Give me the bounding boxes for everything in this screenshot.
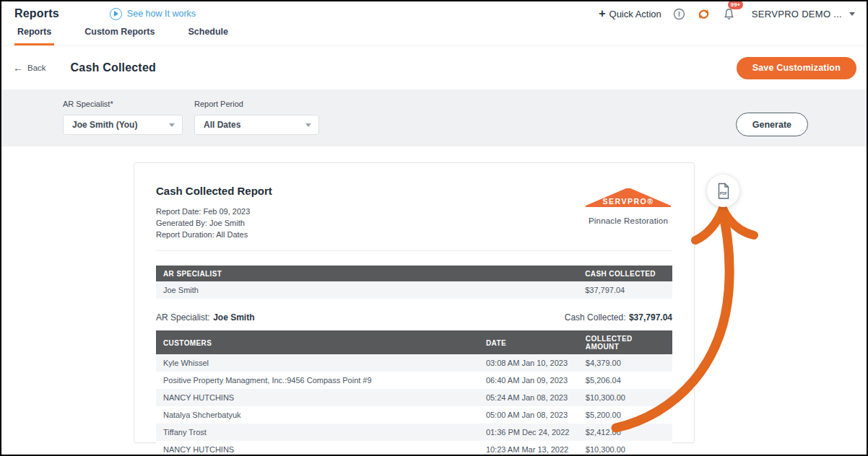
table-cell: 10:23 AM Mar 13, 2022 bbox=[479, 441, 578, 456]
ar-specialist-filter: AR Specialist* Joe Smith (You) bbox=[63, 100, 183, 135]
back-arrow-icon: ← bbox=[13, 62, 23, 74]
table-cell: 05:24 AM Jan 08, 2023 bbox=[479, 389, 578, 406]
generated-by-line: Generated By: Joe Smith bbox=[156, 217, 272, 229]
table-cell: $2,412.00 bbox=[578, 424, 672, 441]
table-cell: $37,797.04 bbox=[578, 281, 672, 299]
table-cell: 01:36 PM Dec 24, 2022 bbox=[479, 424, 578, 441]
table-row: NANCY HUTCHINS10:23 AM Mar 13, 2022$10,3… bbox=[156, 441, 672, 456]
quick-action-button[interactable]: + Quick Action bbox=[599, 8, 661, 19]
table-cell: Kyle Whissel bbox=[156, 354, 479, 372]
divider bbox=[156, 250, 672, 251]
info-icon[interactable] bbox=[673, 8, 685, 20]
table-row: Kyle Whissel03:08 AM Jan 10, 2023$4,379.… bbox=[156, 354, 672, 372]
quick-action-label: Quick Action bbox=[609, 9, 661, 19]
table-cell: 05:00 AM Jan 08, 2023 bbox=[479, 406, 578, 424]
play-icon bbox=[110, 8, 122, 20]
tab-schedule[interactable]: Schedule bbox=[185, 27, 231, 45]
save-customization-button[interactable]: Save Customization bbox=[737, 57, 856, 79]
company-name: Pinnacle Restoration bbox=[586, 216, 671, 225]
group-right: Cash Collected: $37,797.04 bbox=[565, 310, 672, 323]
report-title: Cash Collected Report bbox=[156, 185, 272, 197]
pdf-file-icon: PDF bbox=[716, 183, 731, 200]
table-cell: $5,206.04 bbox=[578, 372, 672, 389]
notification-badge: 99+ bbox=[728, 0, 743, 9]
group-left-value: Joe Smith bbox=[213, 312, 254, 323]
report-period-filter: Report Period All Dates bbox=[194, 100, 319, 135]
app-window: Reports See how It works + Quick Action bbox=[0, 0, 868, 456]
table-cell: Tiffany Trost bbox=[156, 424, 479, 441]
group-left: AR Specialist: Joe Smith bbox=[156, 310, 255, 323]
report-period-label: Report Period bbox=[194, 100, 319, 108]
summary-table: AR SPECIALIST CASH COLLECTED Joe Smith$3… bbox=[156, 266, 672, 299]
see-how-it-works-label: See how It works bbox=[127, 9, 196, 19]
table-cell: NANCY HUTCHINS bbox=[156, 441, 479, 456]
group-summary-row: AR Specialist: Joe Smith Cash Collected:… bbox=[156, 310, 672, 323]
report-period-select[interactable]: All Dates bbox=[194, 115, 319, 135]
top-bar: Reports See how It works + Quick Action bbox=[1, 1, 867, 26]
back-button[interactable]: ← Back bbox=[13, 62, 46, 74]
brand-block: SERVPRO® Pinnacle Restoration bbox=[586, 185, 672, 240]
table-row: Positive Property Managment, Inc.:9456 C… bbox=[156, 372, 672, 389]
chevron-down-icon bbox=[169, 123, 175, 127]
column-header: COLLECTED AMOUNT bbox=[578, 330, 672, 354]
ar-specialist-value: Joe Smith (You) bbox=[72, 120, 137, 130]
filter-bar: AR Specialist* Joe Smith (You) Report Pe… bbox=[1, 89, 867, 146]
account-name: SERVPRO DEMO ... bbox=[752, 9, 842, 19]
table-cell: 03:08 AM Jan 10, 2023 bbox=[479, 354, 578, 372]
table-row: Joe Smith$37,797.04 bbox=[156, 281, 672, 299]
see-how-it-works-link[interactable]: See how It works bbox=[110, 8, 196, 20]
report-card-header: Cash Collected Report Report Date: Feb 0… bbox=[156, 185, 672, 240]
group-right-value: $37,797.04 bbox=[629, 312, 672, 323]
table-cell: Positive Property Managment, Inc.:9456 C… bbox=[156, 372, 479, 389]
chevron-down-icon bbox=[849, 12, 855, 16]
tab-custom-reports[interactable]: Custom Reports bbox=[82, 27, 157, 45]
detail-table-header-row: CUSTOMERS DATE COLLECTED AMOUNT bbox=[156, 330, 672, 354]
column-header: CUSTOMERS bbox=[156, 330, 479, 354]
table-cell: NANCY HUTCHINS bbox=[156, 389, 479, 406]
group-right-label: Cash Collected: bbox=[565, 312, 626, 323]
table-cell: $10,300.00 bbox=[578, 389, 672, 406]
table-cell: $4,379.00 bbox=[578, 354, 672, 372]
column-header: DATE bbox=[479, 330, 578, 354]
report-period-value: All Dates bbox=[204, 120, 240, 130]
tab-bar: Reports Custom Reports Schedule bbox=[1, 26, 867, 46]
report-date-line: Report Date: Feb 09, 2023 bbox=[156, 206, 272, 217]
svg-text:PDF: PDF bbox=[719, 190, 726, 195]
export-pdf-button[interactable]: PDF bbox=[707, 175, 739, 207]
table-row: NANCY HUTCHINS05:24 AM Jan 08, 2023$10,3… bbox=[156, 389, 672, 406]
table-row: Natalya Shcherbatyuk05:00 AM Jan 08, 202… bbox=[156, 406, 672, 424]
top-right-actions: + Quick Action 99+ bbox=[599, 6, 855, 21]
account-menu[interactable]: SERVPRO DEMO ... bbox=[752, 9, 855, 19]
report-duration-line: Report Duration: All Dates bbox=[156, 229, 272, 240]
column-header: CASH COLLECTED bbox=[578, 266, 672, 281]
group-left-label: AR Specialist: bbox=[156, 312, 210, 323]
ar-specialist-label: AR Specialist* bbox=[63, 100, 183, 108]
table-cell: $5,200.00 bbox=[578, 406, 672, 424]
app-title: Reports bbox=[14, 7, 59, 20]
table-cell: Joe Smith bbox=[156, 281, 578, 299]
page-title: Cash Collected bbox=[71, 61, 156, 74]
plus-icon: + bbox=[599, 8, 605, 19]
table-cell: $10,300.00 bbox=[578, 441, 672, 456]
generate-button[interactable]: Generate bbox=[736, 113, 808, 136]
table-row: Tiffany Trost01:36 PM Dec 24, 2022$2,412… bbox=[156, 424, 672, 441]
table-cell: 06:40 AM Jan 09, 2023 bbox=[479, 372, 578, 389]
sync-icon[interactable] bbox=[697, 8, 711, 20]
report-meta-block: Cash Collected Report Report Date: Feb 0… bbox=[156, 185, 272, 240]
servpro-logo: SERVPRO® bbox=[586, 188, 671, 209]
chevron-down-icon bbox=[305, 123, 311, 127]
column-header: AR SPECIALIST bbox=[156, 266, 578, 281]
ar-specialist-select[interactable]: Joe Smith (You) bbox=[63, 115, 183, 135]
detail-table: CUSTOMERS DATE COLLECTED AMOUNT Kyle Whi… bbox=[156, 330, 672, 456]
summary-table-header-row: AR SPECIALIST CASH COLLECTED bbox=[156, 266, 672, 281]
svg-text:SERVPRO®: SERVPRO® bbox=[603, 197, 654, 206]
back-label: Back bbox=[27, 63, 46, 72]
notifications-button[interactable]: 99+ bbox=[722, 6, 736, 21]
page-header: ← Back Cash Collected Save Customization bbox=[1, 46, 867, 89]
table-cell: Natalya Shcherbatyuk bbox=[156, 406, 479, 424]
report-card: Cash Collected Report Report Date: Feb 0… bbox=[134, 162, 695, 443]
tab-reports[interactable]: Reports bbox=[14, 27, 54, 45]
